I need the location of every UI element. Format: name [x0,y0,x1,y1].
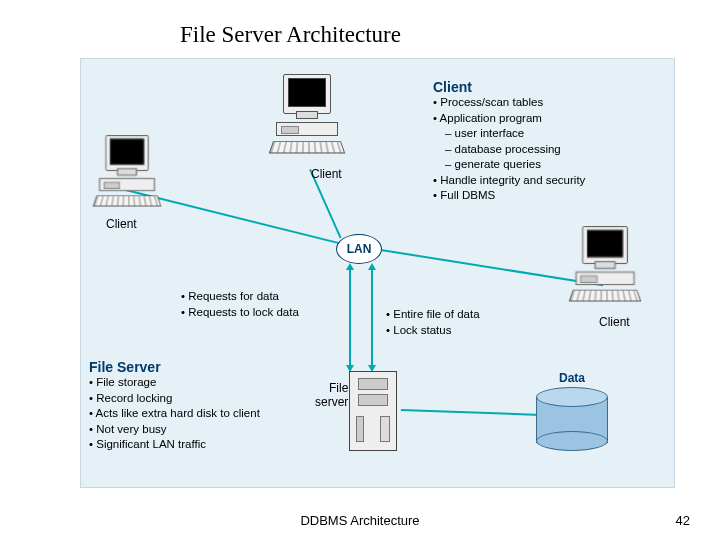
file-server-icon [349,371,397,451]
client-computer-left [95,135,160,207]
lan-label: LAN [347,242,372,256]
right-flow-bullets: Entire file of data Lock status [386,307,480,338]
right-flow-block: Entire file of data Lock status [386,307,480,338]
client-sub: generate queries [445,157,585,173]
file-server-caption: File server [315,381,348,409]
fs-bullet: Acts like extra hard disk to client [89,406,260,422]
arrow-up-line [371,267,373,367]
client-bullets-2: Handle integrity and security Full DBMS [433,173,585,204]
footer-text: DDBMS Architecture [0,513,720,528]
tower-icon [99,178,155,191]
server-data-line [401,409,541,415]
keyboard-icon [569,290,642,302]
arrow-down-line [349,267,351,367]
monitor-icon [283,74,331,114]
fileserver-bullets: File storage Record locking Acts like ex… [89,375,260,453]
monitor-icon [582,226,628,264]
client-label-left: Client [106,217,137,231]
page-number: 42 [676,513,690,528]
flow-bullet: Entire file of data [386,307,480,323]
arrow-up-head [368,263,376,270]
client-bullet: Full DBMS [433,188,585,204]
tower-icon [576,272,635,285]
keyboard-icon [93,196,162,207]
arrow-down-head2 [346,263,354,270]
client-bullets: Process/scan tables Application program [433,95,585,126]
client-bullet: Handle integrity and security [433,173,585,189]
diagram-canvas: LAN Client Client Client Client Process/… [80,58,675,488]
client-sub: user interface [445,126,585,142]
client-bullet: Process/scan tables [433,95,585,111]
flow-bullet: Requests to lock data [181,305,299,321]
flow-bullet: Requests for data [181,289,299,305]
client-computer-right [571,226,639,302]
fs-bullet: File storage [89,375,260,391]
slide-title: File Server Architecture [180,22,401,48]
flow-bullet: Lock status [386,323,480,339]
fs-bullet: Significant LAN traffic [89,437,260,453]
left-flow-block: Requests for data Requests to lock data [181,289,299,320]
monitor-icon [105,135,148,171]
left-flow-bullets: Requests for data Requests to lock data [181,289,299,320]
keyboard-icon [269,141,345,153]
client-label-right: Client [599,315,630,329]
client-heading: Client [433,79,585,95]
tower-icon [276,122,338,136]
fs-bullet: Record locking [89,391,260,407]
data-cylinder: Data [536,387,608,443]
fileserver-heading: File Server [89,359,260,375]
lan-node: LAN [336,234,382,264]
client-sub: database processing [445,142,585,158]
data-label: Data [536,371,608,385]
client-info-block: Client Process/scan tables Application p… [433,79,585,204]
client-computer-top [271,74,343,154]
client-label-top: Client [311,167,342,181]
client-sub-bullets: user interface database processing gener… [433,126,585,173]
fileserver-info-block: File Server File storage Record locking … [89,359,260,453]
fs-bullet: Not very busy [89,422,260,438]
client-bullet: Application program [433,111,585,127]
